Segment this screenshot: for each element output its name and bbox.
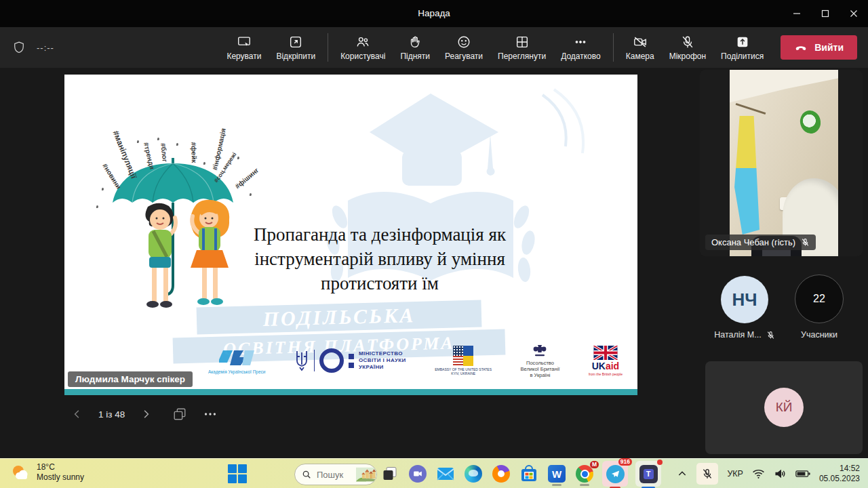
mail-icon[interactable] <box>435 464 456 484</box>
aup-logo: Академія Української Преси <box>208 348 265 374</box>
search-icon <box>302 470 311 479</box>
slide-thumbnails-button[interactable] <box>172 407 187 422</box>
clock-time: 14:52 <box>819 464 860 474</box>
volume-icon[interactable] <box>774 468 787 479</box>
ukaid-aid-text: aid <box>606 361 619 371</box>
more-button[interactable]: Додатково <box>553 35 608 61</box>
meeting-toolbar: --:-- Керувати Відкріпити Користувачі Пі… <box>0 27 868 68</box>
participant-name-label: Оксана Чебан (гість) <box>705 235 816 250</box>
uk-embassy-caption: Посольство <box>521 360 560 366</box>
mon-colon-icon <box>349 354 354 368</box>
participants-button[interactable]: Користувачі <box>333 35 393 61</box>
chrome-icon[interactable]: M <box>574 464 595 484</box>
language-indicator[interactable]: УКР <box>727 469 743 479</box>
mic-muted-icon <box>801 238 810 247</box>
react-button[interactable]: Реагувати <box>437 35 490 61</box>
participant-avatar-cell[interactable]: НЧ Наталія М... <box>707 276 782 340</box>
tray-mic-muted-icon[interactable] <box>696 463 718 485</box>
maximize-button[interactable] <box>811 3 840 24</box>
avatar: КЙ <box>764 388 804 427</box>
wifi-icon[interactable] <box>752 468 765 479</box>
us-embassy-caption: KYIV, UKRAINE <box>435 371 492 375</box>
control-button[interactable]: Керувати <box>219 35 269 61</box>
tray-clock[interactable]: 14:52 05.05.2023 <box>819 464 860 484</box>
raise-hand-button[interactable]: Підняти <box>393 35 437 61</box>
gmail-badge: M <box>590 461 599 468</box>
teams-notification-dot <box>657 460 663 465</box>
participant-name: Наталія М... <box>714 330 761 340</box>
telegram-icon[interactable]: 916 <box>602 461 628 487</box>
mic-muted-icon <box>766 331 775 340</box>
camera-label: Камера <box>626 52 654 61</box>
teams-icon[interactable]: T <box>635 461 661 487</box>
leave-button[interactable]: Вийти <box>781 35 857 60</box>
minimize-button[interactable] <box>783 3 811 24</box>
edge-icon[interactable] <box>463 464 484 484</box>
mic-button[interactable]: Мікрофон <box>662 35 713 61</box>
chat-icon[interactable] <box>408 464 428 484</box>
slide-title-line: Пропаганда та дезінформація як <box>207 222 553 247</box>
overflow-participants-cell[interactable]: 22 Учасники <box>782 274 856 340</box>
hidden-icons-chevron[interactable] <box>677 468 688 479</box>
participant-video-feed <box>730 70 838 256</box>
window-controls <box>783 3 868 24</box>
ukaid-uk-text: UK <box>592 361 606 371</box>
slide-title-line: протистояти їм <box>207 271 553 296</box>
more-label: Додатково <box>561 52 601 61</box>
mic-label: Мікрофон <box>669 52 706 61</box>
unpin-button[interactable]: Відкріпити <box>269 35 323 61</box>
view-button[interactable]: Переглянути <box>490 35 553 61</box>
tryzub-icon <box>294 350 309 371</box>
uk-crest-icon <box>532 344 548 359</box>
uk-embassy-caption: Великої Британії <box>521 366 560 372</box>
mon-ring-icon <box>319 348 344 373</box>
task-view-button[interactable] <box>380 464 400 484</box>
slide-navigation: 1 із 48 <box>71 407 218 422</box>
previous-slide-button[interactable] <box>71 408 83 420</box>
meeting-stage: ПОДІЛЬСЬКА ОСВІТНЯ ПЛАТФОРМА #новини #ма… <box>0 68 868 458</box>
ministry-text-line: ОСВІТИ І НАУКИ <box>359 357 406 364</box>
close-button[interactable] <box>840 3 868 24</box>
ukaid-tagline: from the British people <box>589 372 623 376</box>
shared-presentation-slide: ПОДІЛЬСЬКА ОСВІТНЯ ПЛАТФОРМА #новини #ма… <box>64 75 637 395</box>
clock-date: 05.05.2023 <box>819 474 860 484</box>
uk-embassy-logo: Посольство Великої Британії в Україні <box>521 344 560 378</box>
ukaid-logo: UKaid from the British people <box>589 346 623 376</box>
word-icon[interactable]: W <box>547 464 567 484</box>
participants-label: Користувачі <box>340 52 385 61</box>
hashtag: #фейк <box>190 142 198 163</box>
avatar: НЧ <box>721 276 768 323</box>
camera-button[interactable]: Камера <box>618 35 662 61</box>
taskbar-search[interactable] <box>294 464 377 485</box>
battery-icon[interactable] <box>795 469 810 479</box>
title-bar: Нарада <box>0 0 868 27</box>
participant-count-badge: 22 <box>795 274 844 323</box>
share-label: Поділитися <box>721 52 764 61</box>
participant-tile[interactable]: КЙ <box>705 361 863 454</box>
avast-browser-icon[interactable] <box>491 464 511 484</box>
slide-title: Пропаганда та дезінформація як інструмен… <box>207 222 553 296</box>
control-label: Керувати <box>226 52 261 61</box>
share-button[interactable]: Поділитися <box>713 35 771 61</box>
us-embassy-logo: EMBASSY OF THE UNITED STATES KYIV, UKRAI… <box>435 346 492 375</box>
toolbar-separator <box>328 33 328 62</box>
shield-icon <box>12 40 26 55</box>
aup-caption: Академія Української Преси <box>208 369 265 374</box>
ukrainian-flag <box>731 116 760 235</box>
search-daily-image <box>356 464 376 485</box>
ministry-logo: МІНІСТЕРСТВО ОСВІТИ І НАУКИ УКРАЇНИ <box>294 348 406 373</box>
ministry-text-line: МІНІСТЕРСТВО <box>359 350 406 357</box>
next-slide-button[interactable] <box>140 408 152 420</box>
start-button[interactable] <box>228 464 248 483</box>
unpin-label: Відкріпити <box>276 52 315 61</box>
leave-label: Вийти <box>814 42 844 53</box>
telegram-unread-badge: 916 <box>618 458 632 466</box>
slide-title-line: інструментарій впливу й уміння <box>207 247 553 271</box>
microsoft-store-icon[interactable] <box>519 464 539 484</box>
react-label: Реагувати <box>445 52 483 61</box>
presentation-more-button[interactable] <box>202 407 218 422</box>
weather-widget[interactable]: 18°C Mostly sunny <box>11 462 84 483</box>
participant-video-tile[interactable]: Оксана Чебан (гість) <box>700 70 863 256</box>
search-input[interactable] <box>315 469 356 481</box>
window-title: Нарада <box>0 8 868 18</box>
